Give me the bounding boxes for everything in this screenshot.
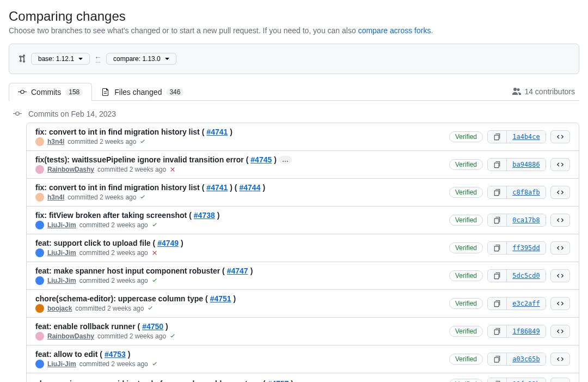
commit-sha-link[interactable]: 88fe32b — [506, 378, 546, 382]
commit-title[interactable]: feat: support click to upload file (#474… — [35, 239, 449, 247]
issue-link[interactable]: #4757 — [267, 379, 289, 382]
author-link[interactable]: h3n4l — [47, 138, 64, 145]
issue-link[interactable]: #4747 — [227, 266, 248, 275]
copy-sha-button[interactable] — [488, 242, 506, 254]
verified-badge[interactable]: Verified — [449, 187, 483, 198]
issue-link[interactable]: #4749 — [157, 239, 179, 247]
verified-badge[interactable]: Verified — [449, 379, 483, 382]
issue-link[interactable]: #4753 — [105, 350, 126, 359]
commit-meta: h3n4lcommitted 2 weeks ago — [35, 137, 449, 146]
commit-meta: h3n4lcommitted 2 weeks ago — [35, 193, 449, 202]
issue-link[interactable]: #4745 — [250, 155, 272, 164]
browse-code-button[interactable] — [550, 297, 570, 310]
commit-sha-link[interactable]: 1f86849 — [506, 325, 546, 337]
commit-sha-link[interactable]: a03c65b — [506, 353, 546, 365]
author-link[interactable]: boojack — [47, 305, 72, 312]
compare-forks-link[interactable]: compare across forks — [358, 26, 431, 35]
contributors-summary[interactable]: 14 contributors — [512, 87, 579, 96]
avatar[interactable] — [35, 332, 44, 341]
avatar[interactable] — [35, 221, 44, 229]
status-x-icon — [151, 250, 158, 256]
browse-code-button[interactable] — [550, 325, 570, 338]
committed-time: committed 2 weeks ago — [75, 305, 144, 312]
commit-title[interactable]: feat: make spanner host input component … — [35, 266, 449, 275]
verified-badge[interactable]: Verified — [449, 159, 483, 170]
avatar[interactable] — [35, 193, 44, 202]
commit-group-date-label: Commits on Feb 14, 2023 — [28, 110, 116, 118]
avatar[interactable] — [35, 360, 44, 368]
status-check-icon — [151, 277, 158, 284]
status-check-icon — [139, 194, 146, 201]
avatar[interactable] — [35, 137, 44, 146]
tab-commits[interactable]: Commits 158 — [9, 83, 92, 101]
verified-badge[interactable]: Verified — [449, 354, 483, 365]
commit-row: feat: allow to edit (#4753)LiuJi-Jimcomm… — [27, 345, 579, 373]
author-link[interactable]: LiuJi-Jim — [47, 221, 76, 229]
avatar[interactable] — [35, 248, 44, 257]
status-x-icon — [169, 166, 176, 173]
issue-link[interactable]: #4741 — [206, 128, 228, 136]
expand-message-button[interactable]: … — [279, 156, 292, 163]
verified-badge[interactable]: Verified — [449, 298, 483, 309]
status-check-icon — [139, 138, 146, 145]
commit-title[interactable]: fix: convert to int in find migration hi… — [35, 128, 449, 136]
copy-sha-button[interactable] — [488, 378, 506, 382]
issue-link[interactable]: #4738 — [194, 211, 215, 220]
issue-link[interactable]: #4744 — [240, 183, 261, 192]
commit-sha-link[interactable]: 0ca17b8 — [506, 214, 546, 226]
copy-sha-button[interactable] — [488, 298, 506, 310]
verified-badge[interactable]: Verified — [449, 215, 483, 226]
commit-sha-link[interactable]: e3c2aff — [506, 298, 546, 310]
verified-badge[interactable]: Verified — [449, 270, 483, 281]
tab-files-changed[interactable]: Files changed 346 — [92, 83, 193, 101]
committed-time: committed 2 weeks ago — [79, 277, 148, 284]
commit-title[interactable]: fix: fitView broken after taking screens… — [35, 211, 449, 220]
browse-code-button[interactable] — [550, 130, 570, 143]
author-link[interactable]: RainbowDashy — [47, 332, 94, 340]
commit-title[interactable]: chore(schema-editor): uppercase column t… — [35, 294, 449, 303]
browse-code-button[interactable] — [550, 378, 570, 382]
browse-code-button[interactable] — [550, 353, 570, 366]
commit-title[interactable]: chore: using resource id instead of name… — [35, 379, 449, 382]
copy-sha-button[interactable] — [488, 353, 506, 365]
issue-link[interactable]: #4741 — [206, 183, 228, 192]
avatar[interactable] — [35, 276, 44, 285]
issue-link[interactable]: #4751 — [210, 294, 231, 303]
verified-badge[interactable]: Verified — [449, 131, 483, 142]
copy-sha-button[interactable] — [488, 131, 506, 143]
author-link[interactable]: h3n4l — [47, 193, 64, 201]
verified-badge[interactable]: Verified — [449, 326, 483, 337]
avatar[interactable] — [35, 304, 44, 313]
commit-sha-link[interactable]: 1a4b4ce — [506, 131, 546, 143]
avatar[interactable] — [35, 165, 44, 174]
author-link[interactable]: LiuJi-Jim — [47, 249, 76, 257]
browse-code-button[interactable] — [550, 186, 570, 199]
browse-code-button[interactable] — [550, 158, 570, 171]
commit-sha-link[interactable]: c8f8afb — [506, 186, 546, 198]
people-icon — [512, 87, 521, 96]
browse-code-button[interactable] — [550, 269, 570, 282]
issue-link[interactable]: #4750 — [142, 322, 163, 331]
copy-sha-button[interactable] — [488, 325, 506, 337]
browse-code-button[interactable] — [550, 241, 570, 254]
commit-title[interactable]: fix(tests): waitIssuePipeline ignore inv… — [35, 155, 449, 164]
copy-sha-button[interactable] — [488, 186, 506, 198]
browse-code-button[interactable] — [550, 214, 570, 227]
base-branch-button[interactable]: base: 1.12.1 — [31, 53, 90, 65]
author-link[interactable]: LiuJi-Jim — [47, 277, 76, 284]
copy-sha-button[interactable] — [488, 270, 506, 282]
compare-branch-button[interactable]: compare: 1.13.0 — [106, 53, 176, 65]
commit-title[interactable]: feat: allow to edit (#4753) — [35, 350, 449, 359]
commit-sha-link[interactable]: 5dc5cd0 — [506, 270, 546, 282]
author-link[interactable]: LiuJi-Jim — [47, 360, 76, 368]
copy-sha-button[interactable] — [488, 159, 506, 171]
commit-sha-link[interactable]: ff395dd — [506, 242, 546, 254]
commit-title[interactable]: fix: convert to int in find migration hi… — [35, 183, 449, 192]
copy-sha-button[interactable] — [488, 214, 506, 226]
verified-badge[interactable]: Verified — [449, 242, 483, 253]
committed-time: committed 2 weeks ago — [79, 360, 148, 368]
commit-row: feat: support click to upload file (#474… — [27, 234, 579, 262]
commit-title[interactable]: feat: enable rollback runner (#4750) — [35, 322, 449, 331]
author-link[interactable]: RainbowDashy — [47, 166, 94, 173]
commit-sha-link[interactable]: ba94886 — [506, 159, 546, 171]
